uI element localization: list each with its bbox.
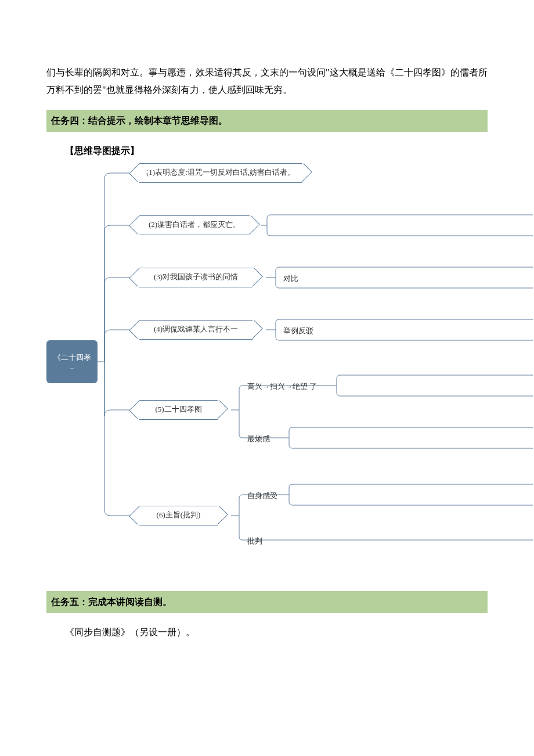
- task-4-header: 任务四：结合提示，绘制本章节思维导图。: [46, 110, 488, 132]
- mindmap-node-5: (5)二十四孝图: [139, 400, 218, 420]
- footer-text: 《同步自测题》（另设一册）。: [65, 624, 488, 641]
- intro-paragraph: 们与长辈的隔阂和对立。事与愿违，效果适得其反，文末的一句设问"这大概是送给《二十…: [46, 64, 488, 99]
- mindmap-label-emotions: 高兴→扫兴→绝望 了: [247, 380, 317, 394]
- mindmap: 《二十四孝 ... (1)表明态度:诅咒一切反对白话,妨害白话者。 (2)谋害白…: [46, 161, 533, 568]
- mindmap-node-1: (1)表明态度:诅咒一切反对白话,妨害白话者。: [139, 163, 302, 183]
- mindmap-connectors: [46, 161, 533, 568]
- mindmap-label-critique: 批判: [247, 534, 262, 549]
- mindmap-label-contrast: 对比: [283, 272, 298, 286]
- task-5-header: 任务五：完成本讲阅读自测。: [46, 591, 488, 613]
- hint-label: 【思维导图提示】: [65, 142, 488, 160]
- mindmap-label-feelings: 自身感受: [247, 489, 277, 503]
- mindmap-root-node: 《二十四孝 ...: [46, 340, 98, 383]
- mindmap-label-annoying: 最烦感: [247, 432, 270, 447]
- mindmap-node-6: (6)主旨(批判): [139, 506, 218, 525]
- root-title: 《二十四孝: [53, 352, 91, 363]
- mindmap-node-3: (3)对我国孩子读书的同情: [139, 268, 252, 287]
- mindmap-label-example: 举例反驳: [283, 324, 313, 339]
- root-subtitle: ...: [70, 364, 74, 370]
- mindmap-node-4: (4)调侃戏谑某人言行不一: [139, 320, 252, 340]
- mindmap-node-2: (2)谋害白话者，都应灭亡。: [139, 215, 250, 235]
